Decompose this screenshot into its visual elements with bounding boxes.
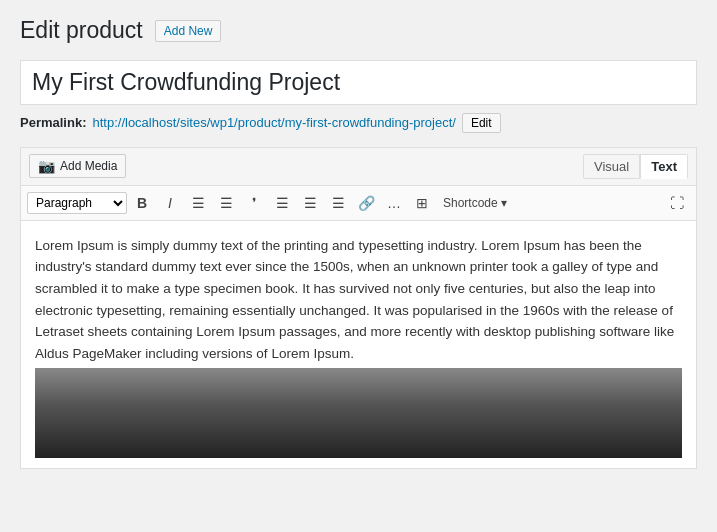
- add-new-button[interactable]: Add New: [155, 20, 222, 42]
- add-media-button[interactable]: 📷 Add Media: [29, 154, 126, 178]
- italic-icon: I: [168, 195, 172, 211]
- align-center-icon: ☰: [304, 195, 317, 211]
- page-title: Edit product: [20, 16, 143, 46]
- align-right-button[interactable]: ☰: [325, 190, 351, 216]
- permalink-url[interactable]: http://localhost/sites/wp1/product/my-fi…: [92, 115, 455, 130]
- tab-text[interactable]: Text: [640, 154, 688, 179]
- align-left-icon: ☰: [276, 195, 289, 211]
- align-left-button[interactable]: ☰: [269, 190, 295, 216]
- link-icon: 🔗: [358, 195, 375, 211]
- table-button[interactable]: ⊞: [409, 190, 435, 216]
- more-button[interactable]: …: [381, 190, 407, 216]
- format-select[interactable]: Paragraph Heading 1 Heading 2 Heading 3 …: [27, 192, 127, 214]
- shortcode-button[interactable]: Shortcode ▾: [437, 194, 513, 212]
- unordered-list-button[interactable]: ☰: [185, 190, 211, 216]
- image-placeholder: [35, 368, 682, 458]
- fullscreen-button[interactable]: ⛶: [664, 190, 690, 216]
- editor-container: 📷 Add Media Visual Text Paragraph Headin…: [20, 147, 697, 470]
- permalink-label: Permalink:: [20, 115, 86, 130]
- tab-visual[interactable]: Visual: [583, 154, 640, 179]
- bold-icon: B: [137, 195, 147, 211]
- add-media-label: Add Media: [60, 159, 117, 173]
- page-header: Edit product Add New: [20, 16, 697, 46]
- product-title-input[interactable]: [20, 60, 697, 105]
- media-icon: 📷: [38, 158, 55, 174]
- more-icon: …: [387, 195, 401, 211]
- link-button[interactable]: 🔗: [353, 190, 379, 216]
- blockquote-button[interactable]: ❜: [241, 190, 267, 216]
- permalink-edit-button[interactable]: Edit: [462, 113, 501, 133]
- table-icon: ⊞: [416, 195, 428, 211]
- editor-text: Lorem Ipsum is simply dummy text of the …: [35, 235, 682, 365]
- ordered-list-button[interactable]: ☰: [213, 190, 239, 216]
- editor-content-area[interactable]: Lorem Ipsum is simply dummy text of the …: [21, 221, 696, 469]
- align-center-button[interactable]: ☰: [297, 190, 323, 216]
- editor-top-bar: 📷 Add Media Visual Text: [21, 148, 696, 186]
- ul-icon: ☰: [192, 195, 205, 211]
- editor-mode-tabs: Visual Text: [583, 154, 688, 179]
- ol-icon: ☰: [220, 195, 233, 211]
- permalink-row: Permalink: http://localhost/sites/wp1/pr…: [20, 113, 697, 133]
- italic-button[interactable]: I: [157, 190, 183, 216]
- align-right-icon: ☰: [332, 195, 345, 211]
- bold-button[interactable]: B: [129, 190, 155, 216]
- editor-toolbar: Paragraph Heading 1 Heading 2 Heading 3 …: [21, 186, 696, 221]
- fullscreen-icon: ⛶: [670, 195, 684, 211]
- blockquote-icon: ❜: [252, 195, 257, 211]
